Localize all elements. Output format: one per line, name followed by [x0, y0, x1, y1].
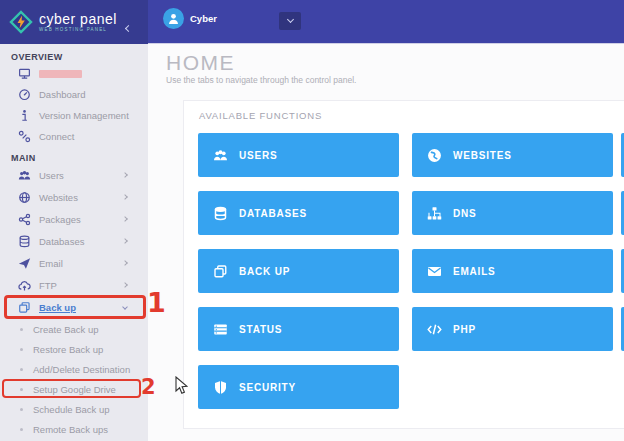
- sidebar-item-create-backup[interactable]: Create Back up: [0, 319, 148, 339]
- sidebar-item-label: Setup Google Drive: [33, 384, 116, 395]
- user-menu-dropdown[interactable]: [279, 12, 301, 30]
- sidebar-item-label: Users: [39, 170, 64, 181]
- list-icon: [212, 322, 228, 337]
- tile-databases[interactable]: DATABASES: [198, 191, 399, 235]
- sidebar-item-add-delete-destination[interactable]: Add/Delete Destination: [0, 359, 148, 379]
- sidebar-item-label: Back up: [39, 302, 76, 313]
- chevron-right-icon: [123, 261, 148, 265]
- tile-security[interactable]: SECURITY: [198, 365, 399, 409]
- tile-users[interactable]: USERS: [198, 133, 399, 177]
- sidebar-item-label: Connect: [39, 131, 74, 142]
- tile-label: PHP: [453, 324, 476, 335]
- sidebar-item-label: Packages: [39, 214, 81, 225]
- cyberpanel-logo-icon: [9, 10, 33, 34]
- sidebar-item-label: Email: [39, 258, 63, 269]
- bullet-icon: [20, 328, 23, 331]
- envelope-icon: [426, 264, 442, 279]
- users-icon: [212, 148, 228, 163]
- sidebar-item-label: Add/Delete Destination: [33, 364, 130, 375]
- sidebar-item-label: Remote Back ups: [33, 424, 108, 435]
- sidebar-item-remote-backups[interactable]: Remote Back ups: [0, 419, 148, 439]
- cloud-upload-icon: [17, 279, 31, 292]
- tile-backup[interactable]: BACK UP: [198, 249, 399, 293]
- sidebar: OVERVIEW Dashboard Version Management: [0, 44, 148, 441]
- sidebar-item-version-management[interactable]: Version Management: [0, 105, 148, 126]
- sidebar-item-connect[interactable]: Connect: [0, 126, 148, 147]
- sidebar-item-label: Version Management: [39, 110, 129, 121]
- globe-icon: [426, 148, 442, 163]
- user-avatar[interactable]: [163, 8, 184, 29]
- share-nodes-icon: [17, 213, 31, 226]
- info-icon: [17, 109, 31, 122]
- user-name: Cyber: [190, 13, 217, 24]
- sidebar-item-ftp[interactable]: FTP: [0, 274, 148, 296]
- available-functions-panel: AVAILABLE FUNCTIONS USERS: [183, 100, 624, 429]
- sidebar-item-label: Databases: [39, 236, 84, 247]
- sidebar-item-label: Websites: [39, 192, 78, 203]
- chevron-down-icon: [286, 16, 293, 23]
- brand-name: cyber panel: [39, 12, 117, 26]
- database-icon: [17, 235, 31, 248]
- tile-label: BACK UP: [239, 266, 290, 277]
- bullet-icon: [20, 368, 23, 371]
- page-subtitle: Use the tabs to navigate through the con…: [166, 75, 356, 85]
- tile-label: DNS: [453, 208, 477, 219]
- chevron-right-icon: [123, 239, 148, 243]
- paper-plane-icon: [17, 257, 31, 270]
- globe-icon: [17, 191, 31, 204]
- tile-emails[interactable]: EMAILS: [412, 249, 613, 293]
- sidebar-item-dashboard[interactable]: Dashboard: [0, 84, 148, 105]
- users-icon: [17, 169, 31, 182]
- sidebar-item-label: Schedule Back up: [33, 404, 110, 415]
- sidebar-item-email[interactable]: Email: [0, 252, 148, 274]
- tile-status[interactable]: STATUS: [198, 307, 399, 351]
- tile-label: USERS: [239, 150, 277, 161]
- sidebar-item-label: Restore Back up: [33, 344, 103, 355]
- shield-icon: [212, 380, 228, 395]
- chevron-right-icon: [123, 217, 148, 221]
- topbar: Cyber: [148, 0, 624, 44]
- sidebar-item-label: Dashboard: [39, 89, 85, 100]
- link-icon: [17, 130, 31, 143]
- bullet-icon: [20, 428, 23, 431]
- sidebar-item-label: Create Back up: [33, 324, 98, 335]
- sidebar-collapse-icon[interactable]: [126, 17, 131, 35]
- main-content: HOME Use the tabs to navigate through th…: [148, 44, 624, 441]
- function-tiles-grid: USERS WEBSITES: [198, 133, 624, 423]
- tile-php[interactable]: PHP: [412, 307, 613, 351]
- panel-header: AVAILABLE FUNCTIONS: [199, 110, 322, 121]
- chevron-right-icon: [123, 195, 148, 199]
- tile-label: EMAILS: [453, 266, 496, 277]
- sidebar-item-restore-backup[interactable]: Restore Back up: [0, 339, 148, 359]
- brand-tagline: WEB HOSTING PANEL: [39, 28, 117, 33]
- bullet-icon: [20, 388, 23, 391]
- bullet-icon: [20, 408, 23, 411]
- chevron-right-icon: [123, 173, 148, 177]
- sidebar-item-backup[interactable]: Back up 1: [0, 296, 148, 319]
- chevron-right-icon: [123, 283, 148, 287]
- server-name-redacted: [39, 70, 82, 78]
- monitor-icon: [17, 67, 31, 80]
- sidebar-item-setup-google-drive[interactable]: Setup Google Drive 2: [0, 379, 148, 399]
- tile-label: DATABASES: [239, 208, 307, 219]
- bullet-icon: [20, 348, 23, 351]
- tile-label: SECURITY: [239, 382, 296, 393]
- chevron-down-icon: [123, 307, 148, 309]
- dashboard-icon: [17, 88, 31, 101]
- copy-icon: [212, 264, 228, 279]
- tile-dns[interactable]: DNS: [412, 191, 613, 235]
- sidebar-item-server[interactable]: [0, 63, 148, 84]
- code-icon: [426, 322, 442, 337]
- sidebar-section-overview: OVERVIEW: [0, 44, 148, 63]
- database-icon: [212, 206, 228, 221]
- sidebar-item-websites[interactable]: Websites: [0, 186, 148, 208]
- tile-label: STATUS: [239, 324, 282, 335]
- sidebar-item-databases[interactable]: Databases: [0, 230, 148, 252]
- tile-websites[interactable]: WEBSITES: [412, 133, 613, 177]
- tile-label: WEBSITES: [453, 150, 512, 161]
- sidebar-item-label: FTP: [39, 280, 57, 291]
- sidebar-item-packages[interactable]: Packages: [0, 208, 148, 230]
- sidebar-item-schedule-backup[interactable]: Schedule Back up: [0, 399, 148, 419]
- sidebar-item-users[interactable]: Users: [0, 164, 148, 186]
- topbar-brand-area: cyber panel WEB HOSTING PANEL: [0, 0, 148, 44]
